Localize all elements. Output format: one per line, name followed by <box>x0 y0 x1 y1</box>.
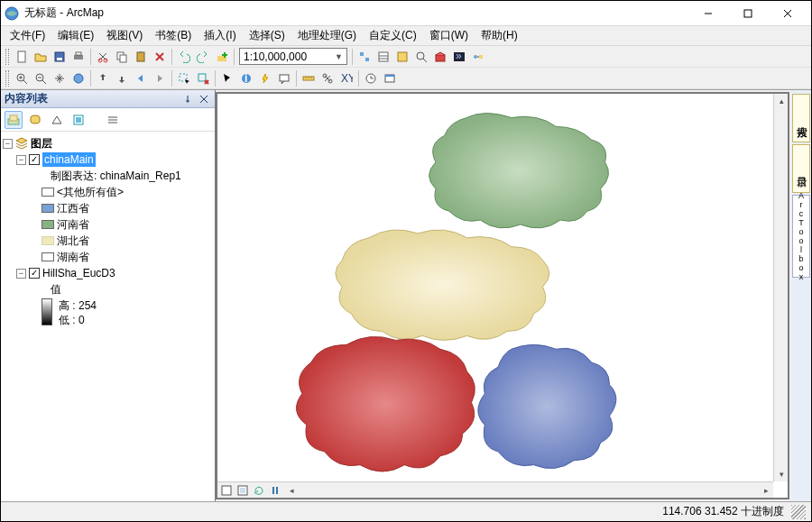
refresh-icon[interactable] <box>252 483 266 498</box>
toc-tree[interactable]: − 图层 − ✓ chinaMain 制图表达: chinaMain_Rep1 … <box>1 132 215 501</box>
scroll-right-icon[interactable]: ▸ <box>759 483 773 498</box>
hyperlink-icon[interactable] <box>256 69 274 87</box>
layer-chinamain[interactable]: chinaMain <box>42 152 96 167</box>
layout-view-icon[interactable] <box>235 483 250 498</box>
resize-grip[interactable] <box>791 505 806 519</box>
forward-extent-icon[interactable] <box>151 69 169 87</box>
toolbar-grip[interactable] <box>5 49 9 65</box>
menu-edit[interactable]: 编辑(E) <box>52 26 99 45</box>
minimize-button[interactable] <box>688 2 728 25</box>
time-slider-icon[interactable] <box>362 69 380 87</box>
goto-xy-icon[interactable]: XY <box>337 69 355 87</box>
map-display: ▴ ▾ ◂ ▸ <box>216 92 789 499</box>
viewer-window-icon[interactable] <box>381 69 399 87</box>
menu-window[interactable]: 窗口(W) <box>424 26 474 45</box>
back-extent-icon[interactable] <box>132 69 150 87</box>
menu-bookmarks[interactable]: 书签(B) <box>150 26 197 45</box>
data-view-icon[interactable] <box>219 483 234 498</box>
region-henan[interactable] <box>429 114 609 228</box>
menu-help[interactable]: 帮助(H) <box>475 26 523 45</box>
undo-icon[interactable] <box>175 48 193 66</box>
model-builder-icon[interactable] <box>469 48 487 66</box>
close-panel-icon[interactable] <box>197 92 211 106</box>
menu-file[interactable]: 文件(F) <box>5 26 51 45</box>
clear-selection-icon[interactable] <box>194 69 212 87</box>
table-of-contents-icon[interactable] <box>374 48 392 66</box>
options-icon[interactable] <box>104 111 122 129</box>
list-by-source-icon[interactable] <box>26 111 44 129</box>
print-icon[interactable] <box>69 48 88 66</box>
toolbar-grip[interactable] <box>5 70 9 87</box>
menu-selection[interactable]: 选择(S) <box>244 26 291 45</box>
layer-checkbox[interactable]: ✓ <box>29 154 40 165</box>
measure-icon[interactable] <box>300 69 318 87</box>
menu-insert[interactable]: 插入(I) <box>198 26 241 45</box>
editor-toolbar-icon[interactable] <box>355 48 374 66</box>
fixed-zoom-in-icon[interactable] <box>94 69 112 87</box>
list-by-drawing-order-icon[interactable] <box>5 111 23 129</box>
expand-toggle[interactable]: − <box>16 269 26 279</box>
horizontal-scrollbar[interactable]: ◂ ▸ <box>217 481 773 498</box>
scroll-up-icon[interactable]: ▴ <box>774 94 788 108</box>
select-features-icon[interactable] <box>175 69 193 87</box>
svg-text:i: i <box>245 72 247 85</box>
full-extent-icon[interactable] <box>69 69 88 87</box>
scroll-left-icon[interactable]: ◂ <box>284 483 299 498</box>
list-by-visibility-icon[interactable] <box>48 111 66 129</box>
vertical-scrollbar[interactable]: ▴ ▾ <box>773 94 788 481</box>
list-by-selection-icon[interactable] <box>69 111 88 129</box>
find-icon[interactable] <box>318 69 337 87</box>
layer-checkbox[interactable]: ✓ <box>29 268 40 279</box>
svg-rect-70 <box>222 486 231 495</box>
sidebar-tab-search[interactable]: 搜索 <box>792 94 810 142</box>
save-icon[interactable] <box>51 48 69 66</box>
expand-toggle[interactable]: − <box>3 139 13 149</box>
menu-view[interactable]: 视图(V) <box>101 26 148 45</box>
close-button[interactable] <box>768 2 807 25</box>
svg-rect-21 <box>379 52 388 61</box>
cut-icon[interactable] <box>94 48 112 66</box>
symbol-swatch <box>42 220 54 229</box>
delete-icon[interactable] <box>151 48 169 66</box>
copy-icon[interactable] <box>113 48 131 66</box>
other-values-label: <其他所有值> <box>57 185 124 199</box>
app-icon <box>5 6 19 21</box>
scroll-down-icon[interactable]: ▾ <box>774 467 788 481</box>
scale-combo[interactable]: 1:10,000,000 ▼ <box>239 48 347 65</box>
html-popup-icon[interactable] <box>275 69 293 87</box>
maximize-button[interactable] <box>728 2 768 25</box>
svg-rect-15 <box>139 51 143 53</box>
value-label: 值 <box>51 282 61 297</box>
pin-icon[interactable] <box>180 92 195 106</box>
region-hubei[interactable] <box>336 230 549 340</box>
python-window-icon[interactable]: » <box>450 48 468 66</box>
sidebar-tab-arctoolbox[interactable]: ArcToolbox <box>792 195 810 278</box>
sidebar-tab-catalog[interactable]: 目录 <box>792 144 810 193</box>
map-canvas[interactable]: ▴ ▾ ◂ ▸ <box>217 94 788 498</box>
zoom-out-icon[interactable] <box>32 69 50 87</box>
menu-geoprocessing[interactable]: 地理处理(G) <box>292 26 362 45</box>
zoom-in-icon[interactable] <box>13 69 31 87</box>
redo-icon[interactable] <box>194 48 212 66</box>
pan-icon[interactable] <box>51 69 69 87</box>
catalog-icon[interactable] <box>393 48 411 66</box>
menu-customize[interactable]: 自定义(C) <box>364 26 422 45</box>
pointer-icon[interactable] <box>218 69 236 87</box>
arc-toolbox-icon[interactable] <box>431 48 449 66</box>
menu-bar: 文件(F) 编辑(E) 视图(V) 书签(B) 插入(I) 选择(S) 地理处理… <box>1 26 811 46</box>
expand-toggle[interactable]: − <box>16 155 26 165</box>
svg-rect-42 <box>198 74 206 81</box>
add-data-icon[interactable] <box>213 48 231 66</box>
new-document-icon[interactable] <box>13 48 31 66</box>
toc-title: 内容列表 <box>5 91 48 106</box>
layer-hillsha[interactable]: HillSha_EucD3 <box>42 266 115 280</box>
region-hunan[interactable] <box>296 336 475 472</box>
fixed-zoom-out-icon[interactable] <box>113 69 131 87</box>
search-icon[interactable] <box>412 48 430 66</box>
chevron-down-icon: ▼ <box>335 52 343 61</box>
pause-drawing-icon[interactable] <box>268 483 282 498</box>
region-jiangxi[interactable] <box>478 344 616 468</box>
paste-icon[interactable] <box>132 48 150 66</box>
open-icon[interactable] <box>32 48 50 66</box>
identify-icon[interactable]: i <box>237 69 255 87</box>
